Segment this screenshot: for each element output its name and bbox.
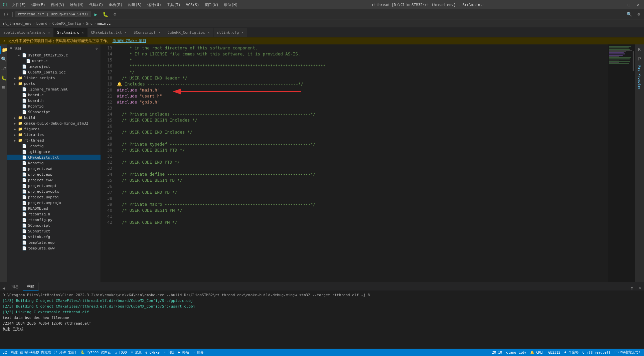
tree-item-ignore-yml[interactable]: 📄.ignore_format.yml [7,86,101,92]
tree-item-usart[interactable]: 📄usart.c [7,58,101,64]
tree-item-gitignore[interactable]: 📄.gitignore [7,149,101,155]
code-content[interactable]: * in the root directory of this software… [114,44,608,282]
activity-vcs[interactable]: ⎇ [0,64,7,72]
tree-item-rtconfig-h[interactable]: 📄rtconfig.h [7,211,101,217]
bottom-settings-icon[interactable]: ⚙ [628,286,636,291]
status-cmake-icon[interactable]: ⚙ CMake [146,351,160,354]
toolbar-nav-back[interactable]: ⟨⟩ [2,11,10,17]
status-lang[interactable]: C rtthread.elf [583,351,611,354]
bottom-left-arrow[interactable]: ◀ [2,286,5,291]
code-area[interactable]: 1314151617 1819202122 2324252627 2829303… [101,44,635,282]
menu-help[interactable]: 帮助(H) [222,2,239,8]
menu-window[interactable]: 窗口(W) [203,2,220,8]
status-indent[interactable]: 4 个空格 [565,350,579,355]
tree-item-rt-thread[interactable]: ▶📁rt-thread [7,138,101,143]
close-btn[interactable]: × [635,2,641,7]
bottom-tab-build[interactable]: 构建 [23,283,39,291]
tree-item-sconscript2[interactable]: 📄SConscript [7,223,101,228]
right-panel-btn-3[interactable]: Key Promoter [637,64,642,91]
right-panel-btn-1[interactable]: K [637,46,642,53]
status-build-result[interactable]: 构建 在1秒24毫秒 内完成 (2 分钟 之前) [11,350,76,355]
status-clang[interactable]: clang-tidy [506,351,526,354]
tree-item-figures[interactable]: ▶📁figures [7,126,101,132]
activity-search[interactable]: 🔍 [0,55,7,63]
breadcrumb-item-1[interactable]: rt_thread_env [3,21,31,26]
bottom-close-icon[interactable]: × [636,286,644,291]
status-bell-icon[interactable]: 🔔 CRLF [530,351,544,354]
tree-item-project-ewd[interactable]: 📄project.ewd [7,166,101,172]
tree-item-kconfig[interactable]: 📄Kconfig [7,104,101,109]
right-panel-btn-2[interactable]: P [637,55,642,62]
tree-item-project-uvopt[interactable]: 📄project.uvopt [7,183,101,189]
tab-close-icon[interactable]: × [82,31,84,34]
tree-item-sconscript-board[interactable]: 📄SConscript [7,109,101,115]
tab-close-icon[interactable]: × [241,31,244,34]
tree-item-project-uvoptx[interactable]: 📄project.uvoptx [7,189,101,194]
tree-item-stlink[interactable]: 📄stlink.cfg [7,234,101,240]
activity-debug[interactable]: 🐛 [0,74,7,82]
maximize-btn[interactable]: □ [626,2,632,7]
tab-src-main[interactable]: Src\main.c × [54,28,88,37]
tree-item-template-ewp[interactable]: 📄template.ewp [7,240,101,245]
tree-item-board-h[interactable]: 📄board.h [7,98,101,104]
tree-item-mxproject[interactable]: 📄.mxproject [7,64,101,69]
menu-tools[interactable]: 工具(T) [165,2,182,8]
menu-nav[interactable]: 导航(N) [68,2,86,8]
tree-item-ports[interactable]: ▶📁ports [7,81,101,86]
breadcrumb-item-2[interactable]: board [36,21,47,26]
tree-item-rtconfig-py[interactable]: 📄rtconfig.py [7,217,101,223]
tree-item-template-eww[interactable]: 📄template.eww [7,245,101,251]
tab-sconscript[interactable]: SConscript × [130,28,164,37]
tab-applications-main[interactable]: applications\main.c × [0,28,54,37]
minimize-btn[interactable]: — [617,2,623,7]
status-vcs-icon[interactable]: ⎇ [3,350,7,355]
tree-item-project-uvprojx[interactable]: 📄project.uvprojx [7,200,101,206]
status-terminal-icon[interactable]: ▶ 终结 [178,350,189,355]
menu-file[interactable]: 文件(F) [10,2,28,8]
tab-cmakelists[interactable]: CMakeLists.txt × [88,28,130,37]
breadcrumb-item-3[interactable]: CubeMX_Config [52,21,81,26]
activity-extensions[interactable]: ⊞ [0,83,7,91]
menu-vcs[interactable]: VCS(S) [184,2,201,8]
status-todo-icon[interactable]: ☑ TODO [115,351,127,354]
status-outline-icon[interactable]: ≡ 消息 [131,350,142,355]
tab-close-icon[interactable]: × [125,31,127,34]
warning-action[interactable]: 添加到 CMake 项目 [113,38,146,43]
tab-cubemx-ioc[interactable]: CubeMX_Config.ioc × [164,28,213,37]
tree-item-board-c[interactable]: 📄board.c [7,92,101,98]
bottom-tab-message[interactable]: 消息 [7,283,23,291]
tree-item-cubemx-ioc[interactable]: 📄CubeMX_Config.ioc [7,69,101,75]
tree-item-project-uvproj[interactable]: 📄project.uvproj [7,194,101,200]
menu-edit[interactable]: 编辑(E) [30,2,47,8]
tree-item-sconstruct[interactable]: 📄SConstruct [7,228,101,234]
menu-refactor[interactable]: 重构(R) [107,2,124,8]
tab-close-icon[interactable]: × [208,31,210,34]
status-issues-icon[interactable]: ⚠ 问题 [164,350,174,355]
search-icon[interactable]: 🔍 [625,11,634,17]
tree-item-project-ewp[interactable]: 📄project.ewp [7,172,101,177]
tab-stlink[interactable]: stlink.cfg × [213,28,247,37]
toolbar-gear[interactable]: ⚙ [112,11,118,17]
breadcrumb-item-5[interactable]: main.c [98,21,111,26]
breadcrumb-item-4[interactable]: Src [86,21,93,26]
tree-item-project-eww[interactable]: 📄project.eww [7,177,101,183]
run-button[interactable]: ▶ [93,11,99,18]
sidebar-tree[interactable]: ▼📄system_stm32f1xx.c 📄usart.c 📄.mxprojec… [7,52,101,282]
tree-item-system[interactable]: ▼📄system_stm32f1xx.c [7,52,101,58]
tree-item-linker[interactable]: ▶📁linker_scripts [7,75,101,81]
menu-view[interactable]: 视图(V) [49,2,66,8]
tree-item-config[interactable]: 📄.config [7,143,101,149]
menu-code[interactable]: 代码(C) [88,2,105,8]
menu-run[interactable]: 运行(U) [146,2,163,8]
tree-item-cmake-debug[interactable]: ▶📁cmake-build-debug-mingw_stm32 [7,121,101,126]
status-python-icon[interactable]: 🐍 Python 软件包 [80,350,111,355]
settings-icon[interactable]: ⚙ [635,11,642,17]
sidebar-settings-icon[interactable]: ⚙ [96,47,98,50]
debug-button[interactable]: 🐛 [101,11,110,18]
tree-item-cmakelists[interactable]: 📄CMakeLists.txt [7,155,101,160]
status-encoding[interactable]: GB2312 [548,351,560,354]
tab-close-icon[interactable]: × [48,31,50,34]
activity-explorer[interactable]: 📁 [0,46,7,54]
tree-item-build[interactable]: ▶📁build [7,115,101,121]
tab-close-icon[interactable]: × [158,31,160,34]
